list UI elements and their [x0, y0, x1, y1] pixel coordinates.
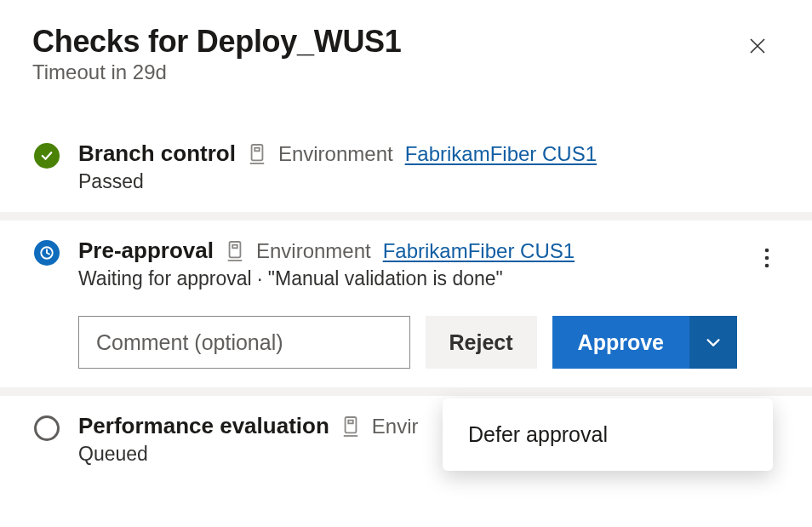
check-name: Branch control	[78, 140, 236, 167]
svg-rect-4	[232, 245, 237, 249]
svg-rect-1	[254, 148, 260, 152]
status-waiting-icon	[34, 240, 60, 266]
comment-input[interactable]	[78, 316, 410, 369]
environment-link[interactable]: FabrikamFiber CUS1	[383, 239, 575, 263]
checks-panel: { "header": { "title": "Checks for Deplo…	[0, 0, 812, 527]
check-status-text: Waiting for approval · "Manual validatio…	[78, 267, 737, 290]
environment-icon	[226, 240, 244, 262]
svg-point-7	[765, 264, 769, 268]
reject-button[interactable]: Reject	[426, 316, 537, 369]
check-status-text: Passed	[78, 170, 780, 193]
header-text: Checks for Deploy_WUS1 Timeout in 29d	[32, 24, 739, 84]
approve-split-button: Approve	[552, 316, 737, 369]
approve-dropdown-menu: Defer approval	[443, 398, 773, 471]
approval-action-row: Reject Approve	[78, 316, 737, 369]
check-item: Pre-approval Environment FabrikamFiber C…	[0, 221, 812, 387]
divider	[0, 387, 812, 396]
close-button[interactable]	[739, 31, 776, 66]
environment-icon	[248, 143, 266, 165]
environment-label: Environment	[278, 142, 393, 166]
svg-rect-9	[348, 421, 353, 424]
panel-title: Checks for Deploy_WUS1	[32, 24, 739, 59]
approve-dropdown-toggle[interactable]	[689, 316, 737, 369]
environment-icon	[341, 415, 360, 438]
defer-approval-item[interactable]: Defer approval	[443, 415, 773, 454]
close-icon	[747, 36, 768, 56]
environment-label: Environment	[256, 239, 371, 263]
check-name: Performance evaluation	[78, 413, 329, 439]
more-vertical-icon	[764, 248, 769, 268]
svg-point-6	[765, 256, 769, 261]
environment-link[interactable]: FabrikamFiber CUS1	[405, 142, 597, 166]
divider	[0, 212, 812, 221]
svg-point-5	[765, 249, 769, 253]
more-options-button[interactable]	[759, 243, 775, 277]
chevron-down-icon	[704, 333, 723, 352]
status-queued-icon	[34, 415, 60, 441]
check-name: Pre-approval	[78, 238, 214, 264]
check-item: Branch control Environment FabrikamFiber…	[0, 123, 812, 212]
approve-button[interactable]: Approve	[552, 316, 689, 369]
panel-subtitle: Timeout in 29d	[32, 60, 739, 84]
environment-label: Envir	[372, 415, 419, 438]
status-success-icon	[34, 143, 60, 169]
panel-header: Checks for Deploy_WUS1 Timeout in 29d	[0, 0, 812, 98]
